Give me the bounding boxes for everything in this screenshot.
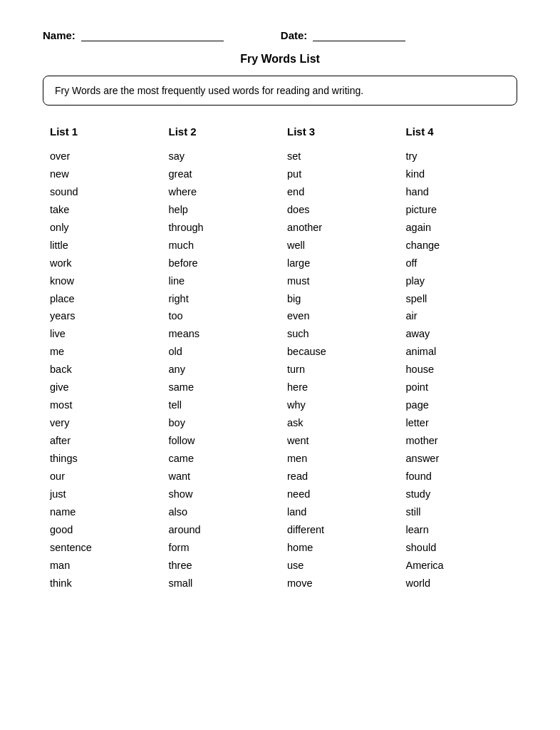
list-item: give (50, 379, 155, 396)
list-item: where (169, 183, 274, 201)
list-item: still (406, 503, 511, 521)
list-item: say (169, 148, 274, 165)
list-item: just (50, 485, 155, 503)
list-item: hand (406, 183, 511, 201)
list-item: use (287, 557, 392, 575)
list-item: think (50, 575, 155, 592)
list-item: move (287, 575, 392, 592)
list-item: after (50, 432, 155, 450)
date-field: Date: (281, 29, 406, 41)
list-item: picture (406, 201, 511, 219)
list-item: here (287, 379, 392, 396)
list-item: big (287, 290, 392, 308)
list-item: new (50, 165, 155, 183)
list-item: world (406, 575, 511, 592)
list-item: different (287, 521, 392, 539)
list-item: before (169, 255, 274, 272)
list-column-3: List 3setputenddoesanotherwelllargemustb… (280, 125, 399, 592)
list-item: men (287, 450, 392, 468)
list-item: need (287, 485, 392, 503)
list-item: sound (50, 183, 155, 201)
list-item: read (287, 468, 392, 485)
list-item: three (169, 557, 274, 575)
list-item: small (169, 575, 274, 592)
name-label: Name: (43, 29, 76, 41)
list-item: over (50, 148, 155, 165)
list-item: only (50, 219, 155, 237)
list-item: our (50, 468, 155, 485)
list-item: ask (287, 414, 392, 432)
list-item: around (169, 521, 274, 539)
list-item: back (50, 361, 155, 379)
list-item: change (406, 237, 511, 255)
list-item: know (50, 272, 155, 290)
list-item: things (50, 450, 155, 468)
list-item: right (169, 290, 274, 308)
list-item: came (169, 450, 274, 468)
list-item: off (406, 255, 511, 272)
list-item: line (169, 272, 274, 290)
list-item: follow (169, 432, 274, 450)
list-item: want (169, 468, 274, 485)
list-item: another (287, 219, 392, 237)
list-item: point (406, 379, 511, 396)
list-item: too (169, 307, 274, 325)
list-item: page (406, 396, 511, 414)
list-item: found (406, 468, 511, 485)
list-item: form (169, 539, 274, 557)
list-item: air (406, 307, 511, 325)
list-item: very (50, 414, 155, 432)
list-item: sentence (50, 539, 155, 557)
list-2-header: List 2 (169, 125, 274, 138)
list-item: letter (406, 414, 511, 432)
list-1-header: List 1 (50, 125, 155, 138)
list-item: little (50, 237, 155, 255)
list-item: help (169, 201, 274, 219)
list-item: same (169, 379, 274, 396)
list-item: mother (406, 432, 511, 450)
list-item: why (287, 396, 392, 414)
list-item: turn (287, 361, 392, 379)
list-item: large (287, 255, 392, 272)
date-input-line (313, 29, 405, 41)
list-item: boy (169, 414, 274, 432)
list-item: try (406, 148, 511, 165)
list-column-1: List 1overnewsoundtakeonlylittleworkknow… (43, 125, 162, 592)
list-item: good (50, 521, 155, 539)
list-column-4: List 4trykindhandpictureagainchangeoffpl… (399, 125, 518, 592)
list-item: well (287, 237, 392, 255)
list-item: learn (406, 521, 511, 539)
list-item: much (169, 237, 274, 255)
list-item: work (50, 255, 155, 272)
description-box: Fry Words are the most frequently used w… (43, 76, 517, 106)
list-item: study (406, 485, 511, 503)
list-item: went (287, 432, 392, 450)
list-item: show (169, 485, 274, 503)
list-item: such (287, 325, 392, 343)
list-item: land (287, 503, 392, 521)
list-item: again (406, 219, 511, 237)
list-item: also (169, 503, 274, 521)
list-item: house (406, 361, 511, 379)
list-item: live (50, 325, 155, 343)
list-item: means (169, 325, 274, 343)
list-item: old (169, 343, 274, 361)
list-column-2: List 2saygreatwherehelpthroughmuchbefore… (162, 125, 281, 592)
list-item: any (169, 361, 274, 379)
date-label: Date: (281, 29, 308, 41)
list-item: place (50, 290, 155, 308)
list-4-header: List 4 (406, 125, 511, 138)
list-item: away (406, 325, 511, 343)
list-item: tell (169, 396, 274, 414)
list-item: home (287, 539, 392, 557)
list-item: end (287, 183, 392, 201)
list-item: kind (406, 165, 511, 183)
list-item: spell (406, 290, 511, 308)
list-item: animal (406, 343, 511, 361)
list-3-header: List 3 (287, 125, 392, 138)
word-lists: List 1overnewsoundtakeonlylittleworkknow… (43, 125, 517, 592)
list-item: because (287, 343, 392, 361)
list-item: must (287, 272, 392, 290)
page-title: Fry Words List (43, 53, 517, 66)
list-item: take (50, 201, 155, 219)
